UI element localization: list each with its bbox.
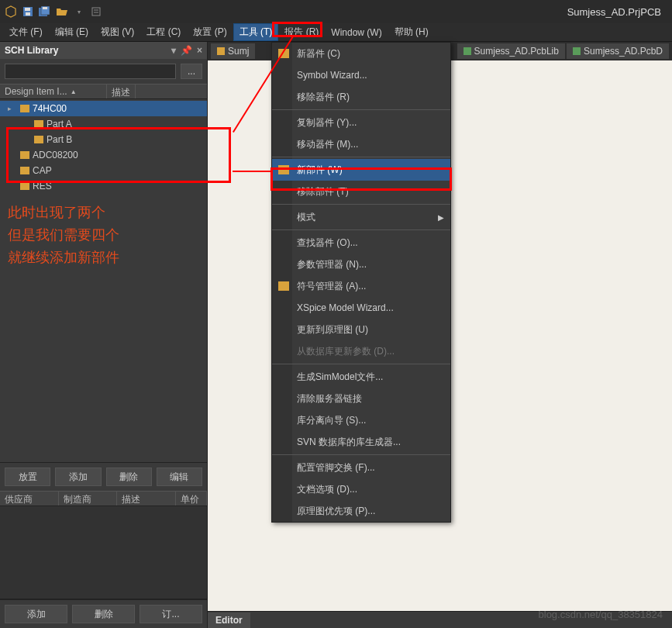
menu-window[interactable]: Window (W): [325, 25, 388, 40]
menu-xspice-wizard[interactable]: XSpice Model Wizard...: [272, 297, 450, 319]
titlebar-toolbar: ▾: [5, 5, 102, 18]
panel-pin-icon[interactable]: 📌: [181, 45, 192, 56]
col-supplier[interactable]: 供应商: [0, 492, 59, 506]
menu-param-manager[interactable]: 参数管理器 (N)...: [272, 254, 450, 275]
symbol-mgr-icon: [278, 281, 289, 291]
tab-schlib[interactable]: Sumj: [211, 43, 255, 59]
menu-place[interactable]: 放置 (P): [187, 23, 233, 41]
schlib-icon: [217, 47, 225, 55]
component-icon: [20, 182, 29, 190]
menu-tools[interactable]: 工具 (T): [233, 23, 279, 41]
tree-item-74hc00[interactable]: ▸74HC00: [0, 101, 207, 116]
submenu-arrow-icon: ▶: [438, 213, 444, 222]
panel-title: SCH Library: [5, 45, 58, 56]
tree-item-res[interactable]: RES: [0, 178, 207, 194]
place-button[interactable]: 放置: [5, 468, 50, 486]
add-button[interactable]: 添加: [55, 468, 101, 486]
supplier-add-button[interactable]: 添加: [5, 605, 67, 623]
menu-lib-split-wizard[interactable]: 库分离向导 (S)...: [272, 409, 450, 431]
col-price[interactable]: 单价: [176, 492, 207, 506]
menu-doc-options[interactable]: 文档选项 (D)...: [272, 478, 450, 500]
menu-symbol-wizard[interactable]: Symbol Wizard...: [272, 64, 450, 86]
menu-update-schematics[interactable]: 更新到原理图 (U): [272, 319, 450, 340]
col-mfr[interactable]: 制造商: [59, 492, 118, 506]
menu-new-component[interactable]: 新器件 (C): [272, 43, 450, 64]
sch-library-panel: SCH Library ▾ 📌 × ... Design Item I...▲ …: [0, 42, 208, 628]
tree-item-part-a[interactable]: Part A: [0, 116, 207, 132]
menu-gen-simmodel[interactable]: 生成SimModel文件...: [272, 366, 450, 388]
menu-update-from-db: 从数据库更新参数 (D)...: [272, 340, 450, 362]
supplier-grid-body[interactable]: [0, 506, 207, 599]
menu-pin-swap[interactable]: 配置管脚交换 (F)...: [272, 457, 450, 478]
panel-header: SCH Library ▾ 📌 ×: [0, 42, 207, 59]
annotation-line-2: [233, 171, 271, 172]
app-logo-icon: [5, 5, 17, 18]
watermark: blog.csdn.net/qq_38351824: [539, 609, 663, 620]
part-icon: [278, 165, 289, 174]
col-desc2[interactable]: 描述: [117, 492, 176, 506]
component-tree: ▸74HC00 Part A Part B ADC08200 CAP RES: [0, 99, 207, 195]
properties-icon[interactable]: [90, 5, 102, 18]
save-all-icon[interactable]: [39, 5, 51, 18]
supplier-delete-button[interactable]: 删除: [72, 605, 135, 623]
edit-button[interactable]: 编辑: [157, 468, 202, 486]
menu-help[interactable]: 帮助 (H): [388, 23, 435, 41]
col-description[interactable]: 描述: [107, 85, 136, 98]
tree-item-part-b[interactable]: Part B: [0, 132, 207, 147]
pcblib-icon: [464, 47, 471, 55]
svg-rect-1: [25, 8, 30, 11]
component-icon: [20, 105, 29, 112]
menu-svn-db-lib[interactable]: SVN 数据库的库生成器...: [272, 431, 450, 453]
supplier-grid-header: 供应商 制造商 描述 单价: [0, 491, 207, 506]
menu-file[interactable]: 文件 (F): [3, 23, 49, 41]
menu-new-part[interactable]: 新部件 (W): [272, 159, 450, 181]
component-icon: [20, 167, 29, 174]
supplier-buttons: 添加 删除 订...: [0, 599, 207, 628]
svg-rect-2: [26, 12, 30, 16]
search-more-button[interactable]: ...: [181, 64, 202, 79]
component-list-header: Design Item I...▲ 描述: [0, 84, 207, 99]
chevron-down-icon[interactable]: ▾: [73, 5, 85, 18]
delete-button[interactable]: 删除: [106, 468, 152, 486]
panel-dropdown-icon[interactable]: ▾: [171, 45, 176, 56]
menu-clear-server[interactable]: 清除服务器链接: [272, 388, 450, 409]
window-title: Sumjess_AD.PrjPCB: [567, 6, 667, 18]
menu-edit[interactable]: 编辑 (E): [49, 23, 95, 41]
menu-remove-component[interactable]: 移除器件 (R): [272, 86, 450, 108]
tab-pcblib[interactable]: Sumjess_AD.PcbLib: [457, 43, 565, 59]
panel-close-icon[interactable]: ×: [197, 45, 202, 56]
menu-copy-component[interactable]: 复制器件 (Y)...: [272, 112, 450, 133]
menu-report[interactable]: 报告 (R): [278, 23, 325, 41]
part-icon: [34, 136, 43, 143]
title-bar: ▾ Sumjess_AD.PrjPCB: [0, 0, 672, 23]
search-input[interactable]: [5, 64, 176, 79]
svg-rect-6: [92, 8, 100, 16]
supplier-order-button[interactable]: 订...: [140, 605, 202, 623]
menu-move-component[interactable]: 移动器件 (M)...: [272, 133, 450, 155]
tools-dropdown: 新器件 (C) Symbol Wizard... 移除器件 (R) 复制器件 (…: [271, 42, 451, 523]
menu-sch-prefs[interactable]: 原理图优先项 (P)...: [272, 500, 450, 522]
menu-project[interactable]: 工程 (C): [140, 23, 187, 41]
tree-item-cap[interactable]: CAP: [0, 163, 207, 178]
menu-symbol-manager[interactable]: 符号管理器 (A)...: [272, 275, 450, 297]
tab-pcbdoc[interactable]: Sumjess_AD.PcbD: [567, 43, 669, 59]
editor-label[interactable]: Editor: [208, 612, 250, 628]
save-icon[interactable]: [22, 5, 34, 18]
menu-remove-part[interactable]: 移除部件 (T): [272, 181, 450, 202]
menu-mode[interactable]: 模式▶: [272, 206, 450, 228]
part-icon: [34, 120, 43, 128]
svg-rect-5: [43, 7, 47, 9]
component-icon: [20, 151, 29, 159]
annotation-text: 此时出现了两个 但是我们需要四个 就继续添加新部件: [0, 195, 207, 274]
col-design-item[interactable]: Design Item I...▲: [0, 85, 107, 98]
pcbdoc-icon: [573, 47, 581, 55]
menu-view[interactable]: 视图 (V): [95, 23, 140, 41]
open-folder-icon[interactable]: [56, 5, 68, 18]
tree-item-adc08200[interactable]: ADC08200: [0, 147, 207, 163]
menu-bar: 文件 (F) 编辑 (E) 视图 (V) 工程 (C) 放置 (P) 工具 (T…: [0, 23, 672, 42]
menu-find-component[interactable]: 查找器件 (O)...: [272, 232, 450, 254]
component-buttons: 放置 添加 删除 编辑: [0, 462, 207, 491]
